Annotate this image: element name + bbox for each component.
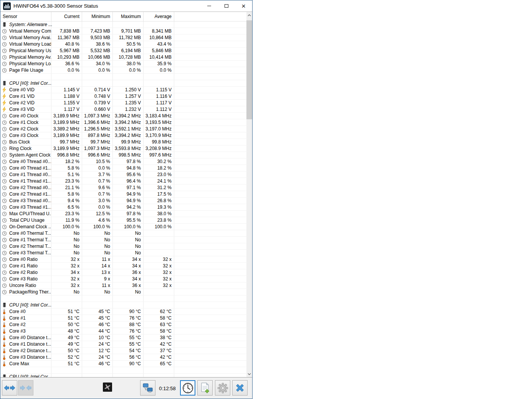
sensor-row[interactable]: Physical Memory Used5,967 MB5,532 MB6,19…	[0, 48, 246, 54]
column-header-sensor[interactable]: Sensor	[0, 12, 51, 21]
sensor-row[interactable]: Core #1 Thread #1...23.3 %0.7 %96.4 %24.…	[0, 178, 246, 185]
sensor-value: No	[82, 250, 113, 256]
collapse-columns-button[interactable]	[18, 380, 33, 396]
sensor-table-area: Sensor Current Minimum Maximum Average S…	[0, 12, 246, 377]
sensor-row[interactable]: Core #1 Clock3,189.9 MHz1,396.6 MHz3,394…	[0, 119, 246, 126]
sensor-row[interactable]: Physical Memory Av...10,293 MB10,066 MB1…	[0, 54, 246, 61]
sensor-row[interactable]: Core #3 Thread #0...9.4 %3.0 %94.9 %26.8…	[0, 198, 246, 204]
sensor-row[interactable]: Core Max51 °C46 °C90 °C65 °C	[0, 361, 246, 367]
maximize-button[interactable]	[218, 0, 235, 12]
sensor-row[interactable]: Virtual Memory Avai...11,367 MB9,503 MB1…	[0, 35, 246, 41]
section-header-row[interactable]: CPU [#0]: Intel Cor...	[0, 80, 246, 87]
column-header-average[interactable]: Average	[144, 12, 174, 21]
sensor-row[interactable]: Core #0 Thermal T...NoNoNo	[0, 230, 246, 237]
sensor-row[interactable]: Core #0 Distance t...49 °C10 °C55 °C38 °…	[0, 335, 246, 341]
thermometer-icon	[0, 308, 8, 315]
sensor-row[interactable]: Bus Clock99.7 MHz99.7 MHz99.9 MHz99.8 MH…	[0, 139, 246, 145]
logging-clock-button[interactable]	[180, 380, 195, 396]
sensor-row[interactable]: Core #2 Clock3,389.2 MHz1,296.5 MHz3,592…	[0, 126, 246, 132]
sensor-row[interactable]: Package/Ring Ther...NoNoNo	[0, 289, 246, 295]
settings-button[interactable]	[215, 380, 230, 396]
sensor-row[interactable]: Virtual Memory Load40.8 %38.6 %50.5 %43.…	[0, 41, 246, 48]
gauge-icon	[0, 191, 8, 197]
sensor-value: 1,396.6 MHz	[82, 119, 113, 125]
sensor-value	[144, 230, 174, 236]
sensor-row[interactable]: Page File Usage0.0 %0.0 %0.0 %0.0 %	[0, 67, 246, 74]
scroll-down-button[interactable]	[246, 371, 252, 377]
scroll-up-button[interactable]	[246, 12, 252, 18]
sensor-row[interactable]: Core #2 Thread #0...21.1 %9.6 %97.1 %31.…	[0, 185, 246, 191]
sensor-row[interactable]: Core #3 Distance t...52 °C24 °C56 °C42 °…	[0, 354, 246, 361]
column-header-current[interactable]: Current	[51, 12, 82, 21]
gauge-icon	[0, 217, 8, 223]
sensor-value: 95.6 %	[113, 171, 144, 178]
sensor-label: Core #3	[8, 328, 51, 334]
sensor-row[interactable]: Core #250 °C46 °C88 °C63 °C	[0, 322, 246, 328]
sensor-row[interactable]: Core #1 Distance t...49 °C24 °C55 °C42 °…	[0, 341, 246, 348]
column-header-filler	[174, 12, 246, 21]
sensor-row[interactable]: On-Demand Clock ...100.0 %100.0 %100.0 %…	[0, 224, 246, 230]
close-panel-button[interactable]	[232, 380, 248, 396]
vertical-scrollbar[interactable]	[246, 12, 252, 377]
thermometer-icon	[0, 315, 8, 321]
sensor-label: Package/Ring Ther...	[8, 289, 51, 295]
section-header-row[interactable]: System: Alienware ...	[0, 21, 246, 28]
sensor-label: Core #1 Ratio	[8, 263, 51, 269]
sensor-row[interactable]: Core #1 Thermal T...NoNoNo	[0, 237, 246, 243]
column-header-maximum[interactable]: Maximum	[113, 12, 144, 21]
sensor-row[interactable]: Core #0 Ratio32 x11 x34 x32 x	[0, 256, 246, 263]
sensor-row[interactable]: Core #1 VID1.188 V0.748 V1.257 V1.116 V	[0, 93, 246, 100]
sensor-row[interactable]: Core #2 Thread #1...5.8 %0.7 %94.9 %17.5…	[0, 191, 246, 198]
sensor-value: 95.5 %	[113, 217, 144, 223]
sensor-row[interactable]: Core #2 Ratio34 x13 x36 x32 x	[0, 269, 246, 276]
sensor-label: Core #0 Thread #0...	[8, 158, 51, 165]
window-title: HWiNFO64 v5.38-3000 Sensor Status	[13, 3, 200, 9]
sensor-row[interactable]: Core #1 Thread #0...5.1 %3.7 %95.6 %23.0…	[0, 171, 246, 178]
sensor-row[interactable]: Core #2 Thermal T...NoNoNo	[0, 243, 246, 250]
sensor-row[interactable]: Max CPU/Thread U...23.3 %12.5 %97.8 %38.…	[0, 211, 246, 217]
scrollbar-thumb[interactable]	[246, 20, 252, 119]
sensor-value: 36 x	[113, 269, 144, 275]
sensor-value: No	[51, 243, 82, 249]
thermometer-icon	[0, 361, 8, 367]
sensor-label: Core #1 Thermal T...	[8, 237, 51, 243]
blank-row	[0, 74, 246, 80]
sensor-value: 34 x	[51, 269, 82, 275]
sensor-value: 5,532 MB	[82, 48, 113, 54]
scrollbar-track[interactable]	[246, 119, 252, 371]
sensor-row[interactable]: Uncore Ratio32 x11 x36 x32 x	[0, 282, 246, 289]
sensor-row[interactable]: Core #0 VID1.145 V0.714 V1.250 V1.115 V	[0, 87, 246, 93]
sensor-row[interactable]: Core #2 VID1.155 V0.739 V1.235 V1.117 V	[0, 100, 246, 106]
sensor-row[interactable]: System Agent Clock996.8 MHz996.6 MHz998.…	[0, 152, 246, 158]
sensor-value: 3,593.8 MHz	[113, 145, 144, 152]
section-header-row[interactable]: CPU [#0]: Intel Cor...	[0, 374, 246, 377]
sensor-row[interactable]: Core #051 °C45 °C90 °C62 °C	[0, 308, 246, 315]
sensor-value: 38.0 %	[113, 61, 144, 67]
sensor-label: Core #3 Thread #1...	[8, 204, 51, 210]
sensor-row[interactable]: Core #3 Clock3,189.9 MHz897.8 MHz3,394.2…	[0, 132, 246, 139]
sensor-row[interactable]: Core #151 °C45 °C76 °C58 °C	[0, 315, 246, 322]
section-header-row[interactable]: CPU [#0]: Intel Cor...	[0, 302, 246, 308]
sensor-row[interactable]: Core #3 VID1.117 V0.660 V1.232 V1.112 V	[0, 106, 246, 113]
sensor-row[interactable]: Core #0 Clock3,189.9 MHz1,097.3 MHz3,394…	[0, 113, 246, 119]
minimize-button[interactable]	[200, 0, 218, 12]
sensor-row[interactable]: Core #2 Distance t...50 °C12 °C54 °C37 °…	[0, 348, 246, 354]
expand-columns-button[interactable]	[2, 380, 17, 396]
sensor-row[interactable]: Core #3 Ratio32 x9 x34 x32 x	[0, 276, 246, 282]
sensor-row[interactable]: Core #348 °C44 °C76 °C58 °C	[0, 328, 246, 335]
sensor-row[interactable]: Total CPU Usage11.9 %4.6 %95.5 %23.8 %	[0, 217, 246, 224]
sensor-row[interactable]: Physical Memory Load36.6 %34.0 %38.0 %35…	[0, 61, 246, 67]
sensor-row[interactable]: Core #3 Thermal T...NoNoNo	[0, 250, 246, 256]
close-button[interactable]: ×	[235, 0, 252, 12]
sensor-row[interactable]: Virtual Memory Com...7,838 MB7,423 MB9,7…	[0, 28, 246, 35]
column-header-minimum[interactable]: Minimum	[82, 12, 113, 21]
sensor-row[interactable]: Core #0 Thread #1...5.8 %0.0 %94.8 %18.2…	[0, 165, 246, 171]
sensor-row[interactable]: Ring Clock3,189.9 MHz1,097.3 MHz3,593.8 …	[0, 145, 246, 152]
sensor-row[interactable]: Core #3 Thread #1...6.5 %0.0 %94.2 %19.3…	[0, 204, 246, 211]
sensor-row[interactable]: Core #1 Ratio32 x14 x34 x32 x	[0, 263, 246, 269]
report-button[interactable]	[197, 380, 213, 396]
sensor-value: 0.0 %	[51, 67, 82, 73]
sensor-row[interactable]: Core #0 Thread #0...18.2 %10.5 %97.8 %30…	[0, 158, 246, 165]
remote-monitors-icon	[142, 383, 153, 393]
remote-monitoring-button[interactable]	[140, 380, 155, 396]
